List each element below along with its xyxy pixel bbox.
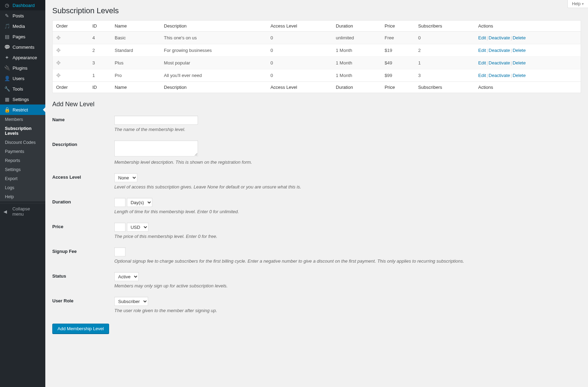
collapse-menu[interactable]: ◀ Collapse menu xyxy=(0,203,45,219)
status-hint: Members may only sign up for active subs… xyxy=(114,283,581,288)
table-row: ✥1ProAll you'll ever need01 Month$993Edi… xyxy=(53,69,581,82)
sidebar-item-users[interactable]: 👤Users xyxy=(0,73,45,84)
submenu-item-subscription-levels[interactable]: Subscription Levels xyxy=(0,124,45,138)
edit-link[interactable]: Edit xyxy=(478,73,486,78)
edit-link[interactable]: Edit xyxy=(478,35,486,40)
edit-link[interactable]: Edit xyxy=(478,60,486,65)
sidebar-item-comments[interactable]: 💬Comments xyxy=(0,42,45,52)
sidebar-item-label: Users xyxy=(13,76,24,81)
cell-description: All you'll ever need xyxy=(160,69,267,82)
submenu-item-logs[interactable]: Logs xyxy=(0,183,45,192)
separator: | xyxy=(486,73,488,78)
submenu-item-reports[interactable]: Reports xyxy=(0,156,45,165)
sidebar-item-tools[interactable]: 🔧Tools xyxy=(0,84,45,94)
column-subscribers: Subscribers xyxy=(415,82,475,93)
sidebar-item-settings[interactable]: ▦Settings xyxy=(0,94,45,105)
cell-name: Pro xyxy=(111,69,160,82)
name-input[interactable] xyxy=(114,116,198,125)
sidebar-item-dashboard[interactable]: ◷Dashboard xyxy=(0,0,45,10)
delete-link[interactable]: Delete xyxy=(513,35,526,40)
drag-handle-icon[interactable]: ✥ xyxy=(56,72,61,78)
status-select[interactable]: Active xyxy=(114,272,139,281)
column-access-level: Access Level xyxy=(267,21,333,32)
column-subscribers: Subscribers xyxy=(415,21,475,32)
sidebar-item-posts[interactable]: ✎Posts xyxy=(0,10,45,21)
cell-duration: 1 Month xyxy=(333,44,381,57)
user-role-select[interactable]: Subscriber xyxy=(114,297,148,306)
cell-duration: unlimited xyxy=(333,32,381,44)
delete-link[interactable]: Delete xyxy=(513,48,526,53)
user-role-hint: The user role given to the member after … xyxy=(114,308,581,313)
sidebar-item-media[interactable]: 🎵Media xyxy=(0,21,45,31)
pages-icon: ▤ xyxy=(3,34,10,39)
cell-description: For growing businesses xyxy=(160,44,267,57)
table-row: ✥3PlusMost popular01 Month$491Edit|Deact… xyxy=(53,57,581,69)
drag-handle-icon[interactable]: ✥ xyxy=(56,35,61,41)
deactivate-link[interactable]: Deactivate xyxy=(489,48,510,53)
column-name: Name xyxy=(111,21,160,32)
add-membership-button[interactable]: Add Membership Level xyxy=(52,324,109,334)
duration-unit-select[interactable]: Day(s) xyxy=(127,198,152,207)
submenu-item-help[interactable]: Help xyxy=(0,192,45,201)
chevron-left-icon: ◀ xyxy=(3,209,10,214)
signup-fee-hint: Optional signup fee to charge subscriber… xyxy=(114,258,581,264)
cell-subscribers: 1 xyxy=(415,57,475,69)
deactivate-link[interactable]: Deactivate xyxy=(489,60,510,65)
help-tab[interactable]: Help xyxy=(567,0,588,8)
duration-input[interactable] xyxy=(114,198,125,207)
submenu-item-payments[interactable]: Payments xyxy=(0,147,45,156)
page-title: Subscription Levels xyxy=(52,6,581,15)
submenu-item-settings[interactable]: Settings xyxy=(0,165,45,174)
price-input[interactable] xyxy=(114,223,125,232)
delete-link[interactable]: Delete xyxy=(513,73,526,78)
settings-icon: ▦ xyxy=(3,96,10,102)
submenu-item-export[interactable]: Export xyxy=(0,174,45,183)
separator: | xyxy=(486,35,488,40)
sidebar-item-plugins[interactable]: 🔌Plugins xyxy=(0,63,45,73)
price-label: Price xyxy=(52,223,114,229)
separator: | xyxy=(510,73,512,78)
delete-link[interactable]: Delete xyxy=(513,60,526,65)
column-access-level: Access Level xyxy=(267,82,333,93)
sidebar-item-pages[interactable]: ▤Pages xyxy=(0,31,45,42)
users-icon: 👤 xyxy=(3,76,10,81)
comments-icon: 💬 xyxy=(3,44,10,50)
deactivate-link[interactable]: Deactivate xyxy=(489,73,510,78)
drag-handle-icon[interactable]: ✥ xyxy=(56,60,61,66)
table-row: ✥2StandardFor growing businesses01 Month… xyxy=(53,44,581,57)
submenu-item-members[interactable]: Members xyxy=(0,115,45,124)
sidebar-item-label: Media xyxy=(13,24,25,29)
edit-link[interactable]: Edit xyxy=(478,48,486,53)
access-select[interactable]: None xyxy=(114,173,137,182)
sidebar-item-label: Dashboard xyxy=(13,3,35,8)
separator: | xyxy=(510,60,512,65)
sidebar-item-label: Plugins xyxy=(13,65,28,71)
cell-id: 1 xyxy=(89,69,111,82)
sidebar-item-label: Pages xyxy=(13,34,25,39)
column-duration: Duration xyxy=(333,82,381,93)
submenu-item-discount-codes[interactable]: Discount Codes xyxy=(0,138,45,147)
cell-actions: Edit|Deactivate|Delete xyxy=(475,69,581,82)
sidebar-item-restrict[interactable]: 🔒 Restrict xyxy=(0,105,45,115)
cell-access: 0 xyxy=(267,32,333,44)
access-hint: Level of access this subscription gives.… xyxy=(114,184,581,189)
table-row: ✥4BasicThis one's on us0unlimitedFree0Ed… xyxy=(53,32,581,44)
sidebar-item-label: Comments xyxy=(13,45,35,50)
separator: | xyxy=(486,48,488,53)
add-level-heading: Add New Level xyxy=(52,101,581,108)
appearance-icon: ✦ xyxy=(3,55,10,60)
duration-hint: Length of time for this membership level… xyxy=(114,209,581,214)
cell-actions: Edit|Deactivate|Delete xyxy=(475,57,581,69)
description-hint: Membership level description. This is sh… xyxy=(114,160,581,165)
access-label: Access Level xyxy=(52,173,114,180)
column-description: Description xyxy=(160,82,267,93)
cell-subscribers: 0 xyxy=(415,32,475,44)
description-textarea[interactable] xyxy=(114,140,198,156)
signup-fee-input[interactable] xyxy=(114,247,125,256)
deactivate-link[interactable]: Deactivate xyxy=(489,35,510,40)
drag-handle-icon[interactable]: ✥ xyxy=(56,47,61,53)
column-actions: Actions xyxy=(475,21,581,32)
sidebar-item-label: Appearance xyxy=(13,55,37,60)
sidebar-item-appearance[interactable]: ✦Appearance xyxy=(0,52,45,63)
currency-select[interactable]: USD xyxy=(127,223,148,232)
